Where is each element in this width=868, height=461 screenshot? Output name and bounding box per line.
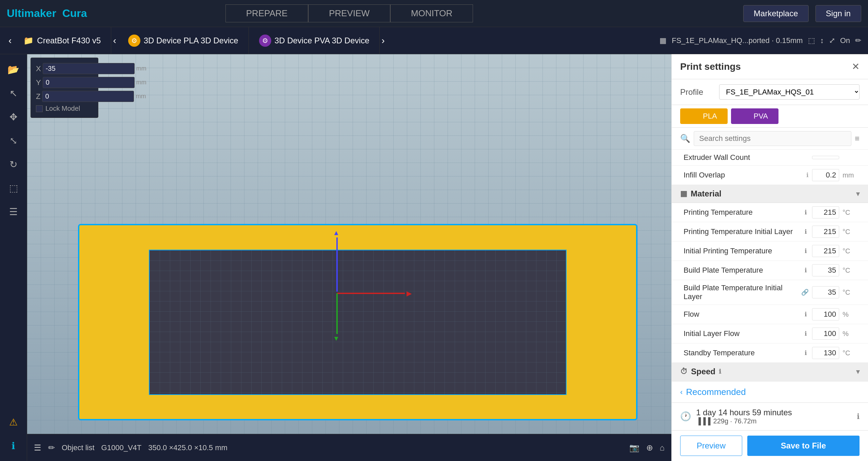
speed-section-info[interactable]: ℹ bbox=[719, 368, 721, 375]
search-row: 🔍 ≡ bbox=[672, 128, 868, 150]
main-area: 📂 ↖ ✥ ⤡ ↻ ⬚ ☰ ⚠ ℹ X mm Y mm Z bbox=[0, 54, 868, 461]
sidebar-info[interactable]: ℹ bbox=[5, 437, 22, 454]
settings-menu-button[interactable]: ≡ bbox=[855, 134, 860, 143]
standby-temp-value[interactable]: 130 bbox=[812, 347, 839, 359]
right-panel: Print settings ✕ Profile FS_1E_PLAMax_HQ… bbox=[671, 54, 868, 461]
topbar-right: Marketplace Sign in bbox=[743, 5, 861, 22]
flow-value[interactable]: 100 bbox=[812, 308, 839, 320]
sidebar-scale[interactable]: ⤡ bbox=[5, 132, 22, 149]
build-plate-temp-value[interactable]: 35 bbox=[812, 264, 839, 276]
tab-monitor[interactable]: MONITOR bbox=[390, 4, 473, 22]
left-sidebar: 📂 ↖ ✥ ⤡ ↻ ⬚ ☰ ⚠ ℹ bbox=[0, 54, 27, 461]
sidebar-open-file[interactable]: 📂 bbox=[5, 61, 22, 78]
panel-footer: ‹ Recommended bbox=[672, 381, 868, 402]
flow-unit: % bbox=[843, 311, 860, 318]
profile-expand-icon: ⤢ bbox=[829, 36, 835, 45]
profile-label: Profile bbox=[680, 87, 714, 97]
device-chevron-right[interactable]: › bbox=[380, 34, 386, 48]
init-layer-flow-info[interactable]: ℹ bbox=[805, 330, 807, 337]
sidebar-move[interactable]: ✥ bbox=[5, 108, 22, 125]
lock-label: Lock Model bbox=[45, 105, 80, 112]
settings-list: Extruder Wall Count Infill Overlap ℹ 0.2… bbox=[672, 150, 868, 381]
tab-preview[interactable]: PREVIEW bbox=[308, 4, 390, 22]
infill-overlap-info[interactable]: ℹ bbox=[806, 171, 809, 179]
setting-row-infill-overlap: Infill Overlap ℹ 0.2 mm bbox=[672, 166, 868, 185]
panel-close-button[interactable]: ✕ bbox=[852, 61, 860, 72]
y-input[interactable] bbox=[43, 77, 135, 88]
bottom-cam-icon[interactable]: 📷 bbox=[629, 443, 639, 453]
printing-temp-init-unit: °C bbox=[843, 228, 860, 236]
y-unit: mm bbox=[136, 79, 146, 86]
machine-folder-icon: 📁 bbox=[23, 36, 34, 45]
bottom-home-icon[interactable]: ⌂ bbox=[660, 443, 665, 453]
sidebar-per-model[interactable]: ☰ bbox=[5, 203, 22, 220]
z-axis-arrow bbox=[336, 293, 338, 334]
recommended-label: Recommended bbox=[686, 387, 746, 397]
mat-tab-pva[interactable]: PVA bbox=[731, 108, 778, 124]
build-plate-init-link[interactable]: 🔗 bbox=[801, 289, 809, 296]
recommended-button[interactable]: ‹ Recommended bbox=[680, 387, 746, 397]
profile-bar: ▦ FS_1E_PLAMax_HQ...ported · 0.15mm ⬚ ↕ … bbox=[659, 36, 861, 45]
sidebar-warning[interactable]: ⚠ bbox=[5, 414, 22, 431]
printing-temp-init-value[interactable]: 215 bbox=[812, 226, 839, 238]
panel-header: Print settings ✕ bbox=[672, 54, 868, 79]
standby-temp-unit: °C bbox=[843, 349, 860, 357]
infill-overlap-value[interactable]: 0.2 bbox=[812, 169, 839, 181]
marketplace-button[interactable]: Marketplace bbox=[743, 5, 809, 22]
build-plate-temp-name: Build Plate Temperature bbox=[684, 266, 801, 275]
mat-tab-pla[interactable]: PLA bbox=[680, 108, 728, 124]
preview-button[interactable]: Preview bbox=[680, 436, 742, 456]
recommended-chevron-icon: ‹ bbox=[680, 388, 683, 397]
estimate-info-icon[interactable]: ℹ bbox=[857, 412, 860, 421]
profile-pen-icon[interactable]: ✏ bbox=[855, 36, 861, 45]
lock-checkbox[interactable] bbox=[36, 105, 43, 112]
signin-button[interactable]: Sign in bbox=[815, 5, 861, 22]
x-input[interactable] bbox=[43, 63, 135, 74]
bottom-zoom-icon[interactable]: ⊕ bbox=[646, 443, 653, 453]
speed-section-header[interactable]: ⏱ Speed ℹ ▾ bbox=[672, 363, 868, 381]
build-plate-temp-info[interactable]: ℹ bbox=[805, 267, 807, 274]
speed-section-label: Speed bbox=[691, 367, 715, 376]
app-name-bold: Cura bbox=[62, 7, 87, 19]
build-plate-init-value[interactable]: 35 bbox=[812, 286, 839, 298]
sidebar-mirror[interactable]: ⬚ bbox=[5, 180, 22, 196]
build-plate-init-unit: °C bbox=[843, 289, 860, 296]
search-input[interactable] bbox=[694, 131, 851, 146]
pva-tab-icon bbox=[742, 111, 751, 121]
sidebar-rotate[interactable]: ↻ bbox=[5, 156, 22, 173]
standby-temp-info[interactable]: ℹ bbox=[805, 349, 807, 357]
sidebar-select[interactable]: ↖ bbox=[5, 85, 22, 102]
init-layer-flow-unit: % bbox=[843, 330, 860, 338]
printing-temp-init-name: Printing Temperature Initial Layer bbox=[684, 227, 801, 236]
device-chevron-left[interactable]: ‹ bbox=[111, 34, 118, 48]
estimate-weight: 229g · 76.72m bbox=[713, 417, 757, 425]
search-icon: 🔍 bbox=[680, 134, 690, 143]
profile-edit-icon: ⬚ bbox=[808, 36, 815, 45]
machine-selector[interactable]: 📁 CreatBot F430 v5 bbox=[13, 27, 111, 54]
tab-prepare[interactable]: PREPARE bbox=[225, 4, 308, 22]
profile-select[interactable]: FS_1E_PLAMax_HQS_01 bbox=[719, 84, 860, 100]
initial-printing-temp-value[interactable]: 215 bbox=[812, 245, 839, 257]
pva-device[interactable]: ⚙ 3D Device PVA 3D Device bbox=[249, 27, 380, 54]
viewport[interactable]: X mm Y mm Z mm Lock Model bbox=[27, 54, 671, 461]
material-section-icon: ▦ bbox=[680, 189, 687, 198]
printing-temp-value[interactable]: 215 bbox=[812, 206, 839, 218]
init-layer-flow-value[interactable]: 100 bbox=[812, 328, 839, 340]
machine-chevron-left[interactable]: ‹ bbox=[7, 34, 13, 48]
initial-printing-temp-info[interactable]: ℹ bbox=[805, 247, 807, 255]
topbar: Ultimaker Cura PREPARE PREVIEW MONITOR M… bbox=[0, 0, 868, 27]
bottom-pen-icon[interactable]: ✏ bbox=[48, 443, 55, 453]
save-to-file-button[interactable]: Save to File bbox=[747, 436, 860, 456]
setting-standby-temp: Standby Temperature ℹ 130 °C bbox=[672, 343, 868, 363]
z-label: Z bbox=[36, 92, 40, 101]
bottom-list-icon[interactable]: ☰ bbox=[34, 443, 41, 453]
material-section-header[interactable]: ▦ Material ▾ bbox=[672, 185, 868, 203]
pla-device[interactable]: ⚙ 3D Device PLA 3D Device bbox=[118, 27, 249, 54]
flow-info[interactable]: ℹ bbox=[805, 311, 807, 318]
wall-count-value[interactable] bbox=[812, 156, 839, 159]
z-input[interactable] bbox=[42, 91, 134, 102]
printing-temp-init-info[interactable]: ℹ bbox=[805, 228, 807, 235]
printing-temp-info[interactable]: ℹ bbox=[805, 209, 807, 216]
material-tabs: PLA PVA bbox=[672, 105, 868, 128]
speed-section-chevron: ▾ bbox=[856, 368, 860, 376]
